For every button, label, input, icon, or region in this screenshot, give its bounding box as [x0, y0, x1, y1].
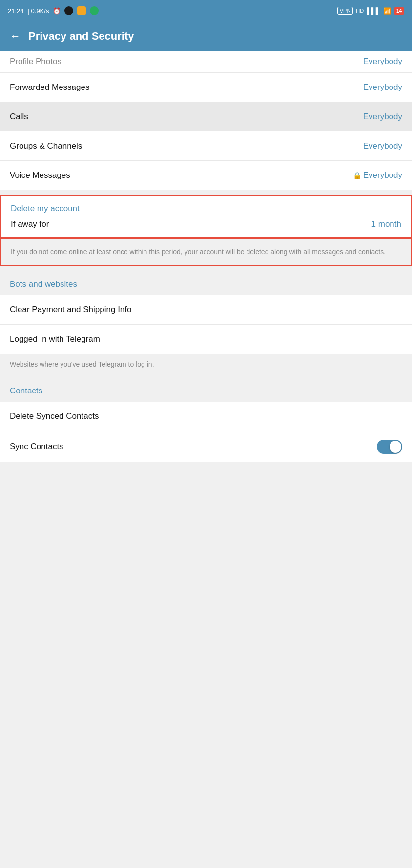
wifi-icon: 📶	[383, 7, 391, 15]
groups-channels-value: Everybody	[363, 141, 402, 151]
bots-list: Clear Payment and Shipping Info Logged I…	[0, 295, 412, 354]
bots-section-header: Bots and websites	[0, 271, 412, 295]
groups-channels-label: Groups & Channels	[10, 141, 82, 151]
profile-photos-value: Everybody	[363, 57, 402, 66]
calls-value: Everybody	[363, 112, 402, 122]
profile-photos-item[interactable]: Profile Photos Everybody	[0, 51, 412, 73]
page-title: Privacy and Security	[28, 30, 134, 43]
delete-account-info-box: If you do not come online at least once …	[0, 238, 412, 266]
page-header: ← Privacy and Security	[0, 22, 412, 51]
clear-payment-label: Clear Payment and Shipping Info	[10, 305, 132, 315]
voice-messages-value: Everybody	[353, 171, 402, 180]
voice-messages-item[interactable]: Voice Messages Everybody	[0, 161, 412, 190]
if-away-for-value: 1 month	[371, 219, 401, 229]
divider-2	[0, 266, 412, 271]
signal-icon: ▌▌▌	[367, 7, 380, 15]
clear-payment-item[interactable]: Clear Payment and Shipping Info	[0, 295, 412, 325]
status-left: 21:24 | 0.9K/s ⏰	[8, 6, 99, 15]
bots-footer: Websites where you've used Telegram to l…	[0, 354, 412, 377]
groups-channels-item[interactable]: Groups & Channels Everybody	[0, 131, 412, 161]
bots-section-title: Bots and websites	[10, 280, 77, 289]
bots-footer-text: Websites where you've used Telegram to l…	[10, 360, 154, 368]
logged-in-telegram-label: Logged In with Telegram	[10, 334, 100, 344]
speed-label: | 0.9K/s	[28, 7, 49, 15]
toggle-track	[377, 440, 402, 454]
calls-item[interactable]: Calls Everybody	[0, 102, 412, 131]
status-bar: 21:24 | 0.9K/s ⏰ VPN HD ▌▌▌ 📶 14	[0, 0, 412, 22]
contacts-section-header: Contacts	[0, 377, 412, 402]
privacy-section: Forwarded Messages Everybody Calls Every…	[0, 73, 412, 190]
content: Profile Photos Everybody Forwarded Messa…	[0, 51, 412, 462]
hd-label: HD	[356, 8, 364, 14]
if-away-for-item[interactable]: If away for 1 month	[1, 216, 411, 237]
sync-contacts-label: Sync Contacts	[10, 442, 63, 452]
contacts-section-title: Contacts	[10, 386, 42, 395]
bots-section: Bots and websites Clear Payment and Ship…	[0, 271, 412, 377]
forwarded-messages-value: Everybody	[363, 83, 402, 92]
if-away-for-label: If away for	[11, 219, 49, 229]
app-icon-1	[64, 6, 73, 15]
back-button[interactable]: ←	[10, 30, 21, 43]
sync-contacts-toggle[interactable]	[377, 440, 402, 454]
delete-synced-contacts-label: Delete Synced Contacts	[10, 412, 99, 421]
contacts-list: Delete Synced Contacts Sync Contacts	[0, 402, 412, 462]
alarm-icon: ⏰	[53, 7, 61, 15]
toggle-thumb	[390, 441, 401, 453]
forwarded-messages-label: Forwarded Messages	[10, 83, 89, 92]
time-label: 21:24	[8, 7, 24, 15]
status-right: VPN HD ▌▌▌ 📶 14	[337, 7, 404, 15]
voice-messages-label: Voice Messages	[10, 171, 70, 180]
delete-account-title[interactable]: Delete my account	[11, 204, 80, 213]
logged-in-telegram-item[interactable]: Logged In with Telegram	[0, 325, 412, 354]
divider-1	[0, 190, 412, 195]
delete-account-info-text: If you do not come online at least once …	[11, 248, 386, 256]
contacts-section: Contacts Delete Synced Contacts Sync Con…	[0, 377, 412, 462]
delete-account-header: Delete my account	[1, 196, 411, 216]
app-icon-3	[90, 6, 99, 15]
sync-contacts-item[interactable]: Sync Contacts	[0, 431, 412, 462]
app-icon-2	[77, 6, 86, 15]
delete-account-section: Delete my account If away for 1 month	[0, 195, 412, 238]
calls-label: Calls	[10, 112, 28, 122]
profile-photos-label: Profile Photos	[10, 57, 62, 66]
vpn-label: VPN	[337, 7, 353, 15]
battery-label: 14	[394, 7, 404, 15]
forwarded-messages-item[interactable]: Forwarded Messages Everybody	[0, 73, 412, 102]
delete-synced-contacts-item[interactable]: Delete Synced Contacts	[0, 402, 412, 431]
